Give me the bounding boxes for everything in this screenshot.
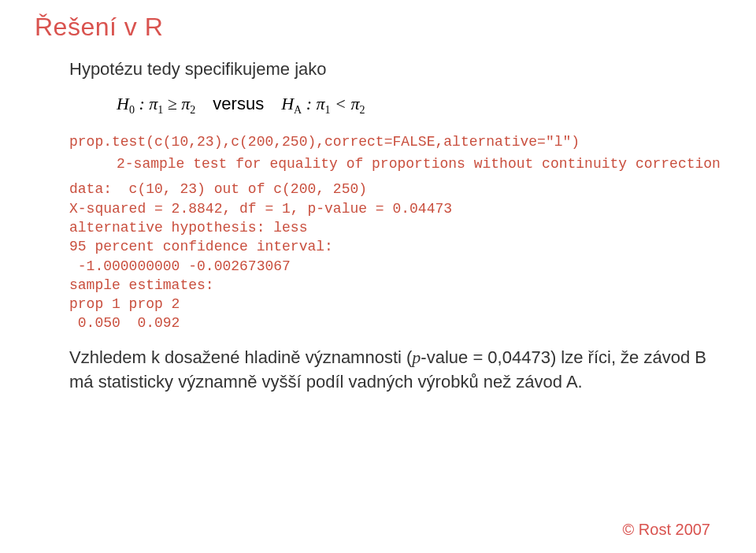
colon-1: : [135,94,149,113]
colon-2: : [302,94,316,113]
code-output: data: c(10, 23) out of c(200, 250) X-squ… [69,180,709,332]
code-header: 2-sample test for equality of proportion… [117,156,709,172]
pi3-sub: 1 [325,104,331,116]
conclusion-part1: Vzhledem k dosažené hladině významnosti … [69,347,412,367]
pi4-sub: 2 [359,104,365,116]
h0-symbol: H [117,94,129,113]
pi-3: π [317,94,325,113]
ha-symbol: H [281,94,294,113]
page-title: Řešení v R [35,13,709,42]
footer-copyright: © Rost 2007 [623,521,710,539]
pi-1: π [149,94,158,113]
pi-4: π [350,94,359,113]
pi2-sub: 2 [190,104,195,116]
ha-sub: A [294,104,302,116]
lt-symbol: < [331,94,351,113]
intro-text: Hypotézu tedy specifikujeme jako [69,59,709,80]
ge-symbol: ≥ [163,94,181,113]
versus-word: versus [213,94,264,113]
conclusion-text: Vzhledem k dosažené hladině významnosti … [69,346,709,395]
p-variable: p [412,347,421,367]
h0-sub: 0 [129,104,135,116]
pi-2: π [181,94,190,113]
hypothesis-formula: H0 : π1 ≥ π2 versus HA : π1 < π2 [117,94,709,117]
code-call: prop.test(c(10,23),c(200,250),correct=FA… [69,134,709,150]
